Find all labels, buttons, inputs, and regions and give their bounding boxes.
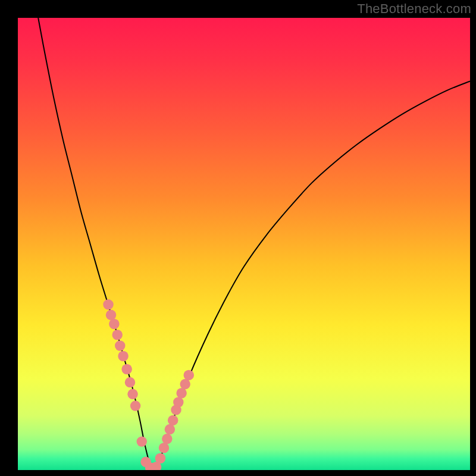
highlight-point [127, 389, 137, 399]
highlight-point [165, 424, 175, 434]
highlight-point [184, 370, 194, 380]
chart-frame: TheBottleneck.com [0, 0, 476, 476]
highlight-point [125, 377, 135, 387]
plot-area [18, 18, 470, 470]
highlight-point [103, 299, 113, 309]
highlight-point [106, 310, 116, 320]
highlight-point [159, 443, 169, 453]
highlight-point [176, 388, 186, 398]
highlight-point [162, 434, 172, 444]
highlight-point [130, 400, 140, 411]
highlight-points [18, 18, 470, 470]
highlight-point [115, 340, 125, 350]
highlight-point [121, 364, 131, 374]
highlight-point [173, 397, 183, 407]
highlight-point [112, 330, 122, 340]
highlight-point [118, 351, 128, 361]
highlight-point [155, 453, 165, 464]
highlight-point [109, 319, 119, 329]
highlight-point [137, 436, 147, 446]
highlight-point [168, 415, 178, 425]
highlight-point [180, 379, 190, 389]
watermark-text: TheBottleneck.com [357, 1, 471, 17]
